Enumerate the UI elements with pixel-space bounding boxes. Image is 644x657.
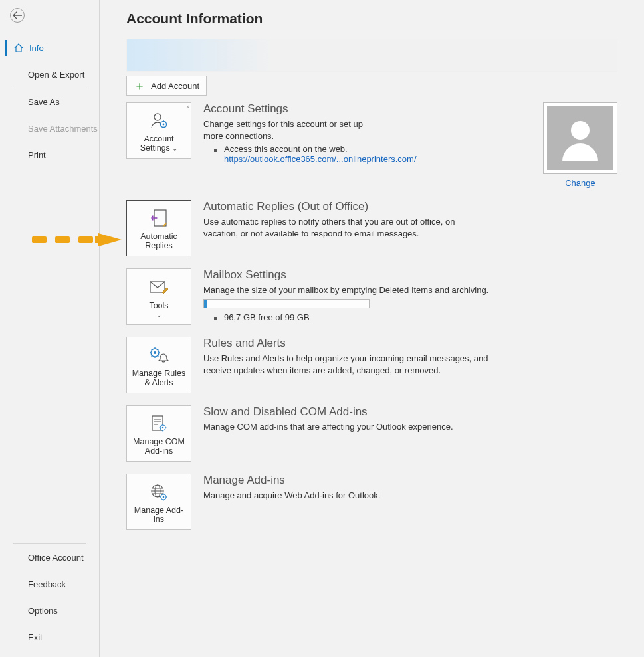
section-heading: Manage Add-ins	[203, 474, 617, 487]
web-access-bullet: Access this account on the web. https://…	[214, 144, 523, 164]
nav-mid-group: Save As Save Attachments Print	[0, 88, 99, 168]
nav-label: Exit	[28, 632, 43, 642]
nav-label: Save Attachments	[28, 124, 98, 134]
svg-line-10	[165, 122, 166, 122]
mailbox-free-text: 96,7 GB free of 99 GB	[224, 312, 310, 322]
envelope-tools-icon	[149, 277, 169, 298]
svg-point-2	[163, 123, 165, 125]
section-desc: Manage and acquire Web Add-ins for Outlo…	[203, 490, 536, 502]
svg-point-40	[163, 496, 165, 498]
nav-label: Office Account	[28, 553, 84, 563]
svg-line-22	[152, 355, 153, 357]
svg-line-7	[161, 122, 161, 122]
section-heading: Account Settings	[203, 102, 523, 116]
bullet-text: Access this account on the web.	[224, 144, 348, 154]
section-desc: Change settings for this account or set …	[203, 118, 376, 141]
main-content: Account Information ＋ Add Account ‹	[100, 0, 644, 657]
tile-label: Tools	[149, 301, 168, 310]
nav-label: Open & Export	[28, 70, 84, 80]
section-desc: Manage the size of your mailbox by empty…	[203, 284, 536, 296]
add-account-button[interactable]: ＋ Add Account	[126, 76, 207, 96]
svg-point-15	[154, 351, 156, 354]
backstage-sidebar: Info Open & Export Save As Save Attachme…	[0, 0, 100, 657]
mailbox-usage-bar	[203, 299, 370, 308]
mailbox-usage-fill	[204, 300, 207, 308]
owa-link[interactable]: https://outlook.office365.com/...onlinep…	[224, 154, 417, 164]
svg-line-9	[161, 126, 161, 126]
nav-item-options[interactable]: Options	[0, 597, 99, 624]
avatar-frame	[543, 102, 617, 174]
tools-tile[interactable]: Tools ⌄	[126, 268, 191, 325]
section-desc: Manage COM add-ins that are affecting yo…	[203, 421, 536, 433]
nav-item-open-export[interactable]: Open & Export	[0, 61, 99, 88]
chevron-down-icon: ⌄	[172, 145, 177, 152]
tile-label: Manage COM Add-ins	[133, 437, 185, 456]
svg-point-29	[162, 426, 164, 428]
section-account-settings: ‹ Account Settings ⌄	[126, 102, 617, 188]
svg-point-0	[154, 114, 161, 120]
svg-line-8	[165, 126, 166, 126]
section-manage-addins: Manage Add- ins Manage Add-ins Manage an…	[126, 474, 617, 530]
nav-item-save-attachments: Save Attachments	[0, 115, 99, 141]
sheet-gear-icon	[150, 413, 168, 434]
collapse-caret-icon: ‹	[187, 103, 189, 110]
svg-point-11	[571, 121, 590, 140]
nav-item-exit[interactable]: Exit	[0, 624, 99, 650]
back-button[interactable]	[10, 8, 25, 23]
gear-bell-icon	[148, 345, 169, 366]
section-heading: Slow and Disabled COM Add-ins	[203, 405, 617, 419]
change-photo-link[interactable]: Change	[565, 178, 595, 188]
tile-label: Manage Rules & Alerts	[132, 369, 186, 387]
section-heading: Rules and Alerts	[203, 337, 617, 350]
chevron-down-icon: ⌄	[156, 312, 161, 318]
section-desc: Use automatic replies to notify others t…	[203, 216, 489, 239]
back-arrow-icon	[13, 11, 22, 19]
bullet-icon	[214, 317, 217, 320]
section-mailbox-settings: Tools ⌄ Mailbox Settings Manage the size…	[126, 268, 617, 325]
account-banner	[126, 39, 617, 72]
section-com-addins: Manage COM Add-ins Slow and Disabled COM…	[126, 405, 617, 462]
add-account-label: Add Account	[151, 81, 199, 91]
nav-item-save-as[interactable]: Save As	[0, 88, 99, 115]
section-rules-alerts: Manage Rules & Alerts Rules and Alerts U…	[126, 337, 617, 393]
plus-icon: ＋	[134, 80, 146, 92]
nav-item-info[interactable]: Info	[0, 35, 99, 61]
avatar-block: Change	[543, 102, 617, 188]
automatic-replies-tile[interactable]: Automatic Replies	[126, 200, 191, 256]
section-automatic-replies: Automatic Replies Automatic Replies (Out…	[126, 200, 617, 256]
section-desc: Use Rules and Alerts to help organize yo…	[203, 353, 489, 376]
mailbox-free-row: 96,7 GB free of 99 GB	[214, 312, 617, 322]
globe-gear-icon	[150, 482, 168, 503]
nav-item-feedback[interactable]: Feedback	[0, 571, 99, 597]
bullet-icon	[214, 149, 217, 152]
home-icon	[13, 43, 24, 53]
nav-label: Options	[28, 606, 58, 616]
tile-label: Automatic Replies	[140, 232, 177, 250]
nav-item-print[interactable]: Print	[0, 141, 99, 168]
section-heading: Mailbox Settings	[203, 268, 617, 282]
svg-line-21	[158, 355, 159, 357]
page-title: Account Information	[126, 11, 617, 27]
manage-rules-alerts-tile[interactable]: Manage Rules & Alerts	[126, 337, 191, 393]
nav-bottom-group: Office Account Feedback Options Exit	[0, 544, 99, 657]
tile-label: Manage Add- ins	[134, 506, 183, 524]
nav-label: Feedback	[28, 579, 66, 589]
manage-addins-tile[interactable]: Manage Add- ins	[126, 474, 191, 530]
nav-label: Info	[29, 43, 44, 53]
nav-label: Save As	[28, 97, 60, 107]
manage-com-addins-tile[interactable]: Manage COM Add-ins	[126, 405, 191, 462]
person-gear-icon	[149, 110, 169, 132]
avatar-placeholder-icon	[547, 106, 613, 170]
section-heading: Automatic Replies (Out of Office)	[203, 200, 617, 213]
nav-top-group: Info Open & Export	[0, 35, 99, 88]
nav-item-office-account[interactable]: Office Account	[0, 544, 99, 571]
nav-label: Print	[28, 150, 46, 160]
svg-line-20	[152, 349, 153, 350]
tile-label: Account Settings ⌄	[140, 134, 178, 153]
auto-reply-icon	[150, 208, 167, 229]
svg-line-23	[158, 349, 159, 350]
account-settings-tile[interactable]: ‹ Account Settings ⌄	[126, 102, 191, 159]
